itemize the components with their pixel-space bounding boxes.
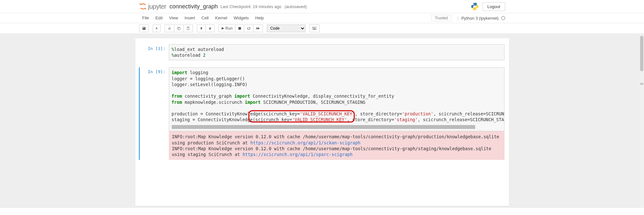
checkpoint-status: Last Checkpoint: 19 minutes ago: [220, 4, 281, 9]
svg-rect-6: [187, 27, 189, 30]
kernel-idle-icon: [501, 16, 505, 20]
run-button[interactable]: Run: [218, 24, 235, 32]
arrow-up-icon: [200, 27, 203, 30]
notebook-area: In [1]: %load_ext autoreload %autoreload…: [0, 34, 644, 208]
interrupt-button[interactable]: [235, 24, 244, 32]
code-cell[interactable]: In [9]: import logging logger = logging.…: [140, 67, 505, 160]
restart-button[interactable]: [244, 24, 254, 32]
kernel-name[interactable]: Python 3 (ipykernel): [458, 16, 499, 21]
restart-run-all-button[interactable]: [254, 24, 263, 32]
paste-icon: [186, 26, 190, 30]
menu-help[interactable]: Help: [252, 13, 267, 23]
page-scrollbar[interactable]: [639, 34, 644, 208]
move-up-button[interactable]: [197, 24, 206, 32]
code-input[interactable]: %load_ext autoreload %autoreload 2: [169, 44, 505, 60]
python-icon: [470, 2, 479, 11]
jupyter-logo[interactable]: jupyter: [139, 3, 167, 10]
paste-button[interactable]: [184, 24, 193, 32]
toolbar: + Run: [0, 23, 644, 34]
menu-file[interactable]: File: [139, 13, 152, 23]
menu-widgets[interactable]: Widgets: [230, 13, 252, 23]
autosaved-label: (autosaved): [285, 4, 307, 9]
menu-insert[interactable]: Insert: [181, 13, 198, 23]
svg-rect-12: [315, 27, 315, 28]
fast-forward-icon: [256, 27, 260, 30]
svg-rect-8: [238, 27, 241, 30]
play-icon: [221, 27, 225, 30]
svg-rect-11: [314, 27, 314, 28]
svg-point-1: [145, 9, 146, 10]
arrow-down-icon: [208, 27, 212, 30]
save-icon: [142, 26, 146, 30]
menu-cell[interactable]: Cell: [198, 13, 212, 23]
cell-output-log: INFO:root:Map Knowledge version 0.12.0 w…: [169, 131, 505, 160]
notebook-name[interactable]: connectivity_graph: [169, 3, 218, 10]
move-down-button[interactable]: [206, 24, 215, 32]
svg-rect-10: [313, 27, 313, 28]
copy-button[interactable]: [174, 24, 184, 32]
menubar: File Edit View Insert Cell Kernel Widget…: [0, 13, 644, 23]
cut-button[interactable]: [165, 24, 174, 32]
copy-icon: [177, 26, 181, 30]
code-cell[interactable]: In [1]: %load_ext autoreload %autoreload…: [140, 44, 505, 60]
svg-rect-5: [178, 28, 180, 30]
horizontal-scrollbar[interactable]: [172, 125, 475, 129]
svg-rect-7: [187, 27, 188, 27]
menu-view[interactable]: View: [166, 13, 181, 23]
header: jupyter connectivity_graph Last Checkpoi…: [0, 0, 644, 13]
app-name: jupyter: [148, 3, 167, 10]
restart-icon: [247, 26, 251, 30]
trusted-indicator[interactable]: Trusted: [431, 15, 451, 21]
celltype-select[interactable]: Code: [267, 24, 305, 32]
add-cell-button[interactable]: +: [153, 24, 161, 32]
keyboard-icon: [312, 27, 317, 30]
svg-rect-13: [313, 29, 316, 29]
svg-point-2: [473, 4, 474, 4]
save-button[interactable]: [139, 24, 149, 32]
input-prompt: In [1]:: [140, 44, 169, 60]
stop-icon: [238, 27, 241, 30]
svg-point-3: [476, 9, 476, 9]
menu-edit[interactable]: Edit: [152, 13, 166, 23]
logout-button[interactable]: Logout: [483, 2, 505, 11]
jupyter-icon: [139, 3, 147, 10]
command-palette-button[interactable]: [309, 24, 320, 32]
code-input[interactable]: import logging logger = logging.getLogge…: [169, 67, 505, 131]
menu-kernel[interactable]: Kernel: [212, 13, 231, 23]
cut-icon: [168, 26, 171, 30]
svg-rect-9: [312, 27, 317, 30]
input-prompt: In [9]:: [140, 67, 169, 160]
